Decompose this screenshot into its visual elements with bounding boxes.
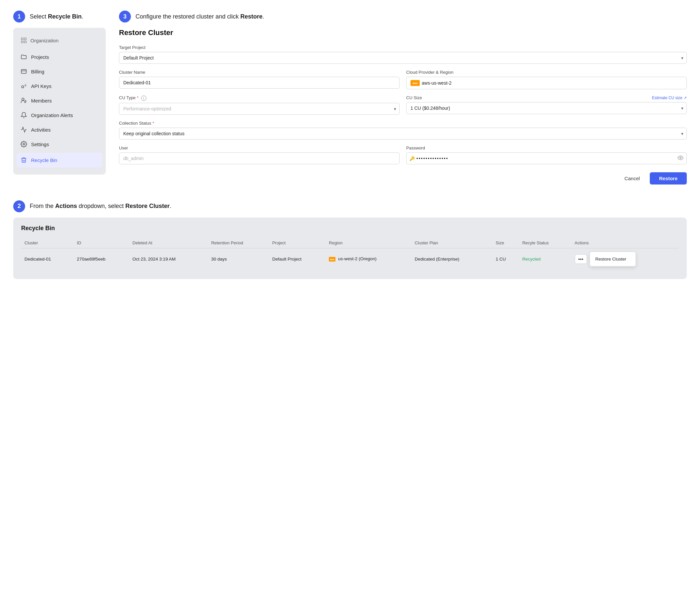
cu-size-select-wrapper: 1 CU ($0.248/hour)	[406, 102, 687, 114]
target-project-label: Target Project	[119, 45, 687, 50]
password-input-wrap: 🔑	[406, 152, 687, 164]
recycle-bin-icon	[21, 157, 27, 163]
svg-rect-4	[22, 70, 26, 73]
form-area: 3 Configure the restored cluster and cli…	[119, 11, 687, 185]
cell-project: Default Project	[269, 248, 326, 270]
collection-status-group: Collection Status * Keep original collec…	[119, 121, 687, 139]
step3-circle: 3	[119, 11, 131, 23]
step3-text: Configure the restored cluster and click…	[136, 13, 264, 20]
step1-header: 1 Select Recycle Bin.	[13, 11, 106, 23]
step2-circle: 2	[13, 200, 25, 212]
cell-retention: 30 days	[208, 248, 269, 270]
user-label: User	[119, 146, 400, 150]
recycle-bin-table-card: Recycle Bin Cluster ID Deleted At Retent…	[13, 218, 687, 279]
password-col: Password 🔑	[406, 146, 687, 164]
col-cluster: Cluster	[21, 238, 74, 248]
org-icon	[21, 37, 27, 44]
cu-type-info-icon[interactable]: i	[141, 96, 147, 101]
cancel-button[interactable]: Cancel	[619, 173, 645, 184]
collection-status-select[interactable]: Keep original collection status	[119, 128, 687, 139]
sidebar-org: Organization	[13, 34, 106, 50]
cu-size-select[interactable]: 1 CU ($0.248/hour)	[406, 102, 687, 114]
cu-type-select[interactable]: Performance-optimized	[119, 103, 400, 115]
col-deleted-at: Deleted At	[129, 238, 208, 248]
sidebar-item-api-keys[interactable]: API Keys	[13, 79, 106, 93]
sidebar: Organization Projects	[13, 28, 106, 175]
svg-rect-0	[22, 38, 24, 40]
collection-status-select-wrapper: Keep original collection status	[119, 128, 687, 139]
estimate-cu-link[interactable]: Estimate CU size ↗	[652, 96, 687, 100]
col-retention: Retention Period	[208, 238, 269, 248]
svg-point-7	[22, 98, 24, 100]
table-header-row: Cluster ID Deleted At Retention Period P…	[21, 238, 679, 248]
svg-point-8	[23, 144, 25, 145]
step1-text: Select Recycle Bin.	[30, 13, 83, 20]
col-actions: Actions	[572, 238, 679, 248]
eye-icon[interactable]	[677, 155, 684, 162]
table-title: Recycle Bin	[21, 225, 679, 232]
cu-type-col: CU Type * i Performance-optimized	[119, 95, 400, 115]
cu-type-select-wrapper: Performance-optimized	[119, 103, 400, 115]
sidebar-item-org-alerts[interactable]: Organization Alerts	[13, 108, 106, 122]
table-row: Dedicated-01 270ae89f5eeb Oct 23, 2024 3…	[21, 248, 679, 270]
aws-logo: aws	[411, 80, 420, 86]
target-project-select-wrapper: Default Project	[119, 52, 687, 64]
cu-type-label: CU Type * i	[119, 95, 400, 101]
cluster-name-col: Cluster Name	[119, 70, 400, 89]
user-password-row: User Password 🔑	[119, 146, 687, 164]
cloud-provider-col: Cloud Provider & Region aws aws-us-west-…	[406, 70, 687, 89]
api-keys-icon	[21, 83, 27, 89]
svg-rect-3	[24, 41, 26, 43]
billing-icon	[21, 68, 27, 75]
region-aws-flag: aws	[329, 257, 336, 261]
svg-point-9	[680, 157, 682, 159]
step2-header: 2 From the Actions dropdown, select Rest…	[13, 200, 687, 212]
target-project-select[interactable]: Default Project	[119, 52, 687, 64]
step3-header: 3 Configure the restored cluster and cli…	[119, 11, 687, 23]
sidebar-item-recycle-bin[interactable]: Recycle Bin	[16, 153, 102, 167]
members-icon	[21, 97, 27, 104]
cloud-provider-badge: aws aws-us-west-2	[406, 77, 687, 89]
collection-status-label: Collection Status *	[119, 121, 687, 126]
user-input[interactable]	[119, 152, 400, 164]
restore-button[interactable]: Restore	[650, 172, 687, 185]
password-input[interactable]	[406, 152, 687, 164]
actions-dots-button[interactable]: •••	[575, 254, 587, 264]
password-label: Password	[406, 146, 687, 150]
col-size: Size	[492, 238, 519, 248]
cell-status: Recycled	[519, 248, 571, 270]
svg-rect-1	[24, 38, 26, 40]
sidebar-item-settings[interactable]: Settings	[13, 137, 106, 151]
target-project-group: Target Project Default Project	[119, 45, 687, 64]
user-col: User	[119, 146, 400, 164]
svg-point-6	[22, 86, 24, 88]
step2-section: 2 From the Actions dropdown, select Rest…	[13, 200, 687, 279]
cluster-name-label: Cluster Name	[119, 70, 400, 75]
cell-actions: ••• Restore Cluster	[572, 248, 679, 270]
sidebar-settings-label: Settings	[31, 141, 49, 147]
col-status: Recyle Status	[519, 238, 571, 248]
svg-rect-2	[22, 41, 24, 43]
cu-size-col: CU Size Estimate CU size ↗ 1 CU ($0.248/…	[406, 95, 687, 115]
cell-cluster: Dedicated-01	[21, 248, 74, 270]
sidebar-item-projects[interactable]: Projects	[13, 50, 106, 64]
sidebar-item-billing[interactable]: Billing	[13, 64, 106, 79]
cu-size-label: CU Size	[406, 95, 422, 100]
col-region: Region	[326, 238, 411, 248]
sidebar-item-members[interactable]: Members	[13, 93, 106, 108]
projects-icon	[21, 53, 27, 60]
cell-deleted-at: Oct 23, 2024 3:19 AM	[129, 248, 208, 270]
cell-size: 1 CU	[492, 248, 519, 270]
cloud-provider-value: aws-us-west-2	[422, 81, 451, 86]
col-id: ID	[74, 238, 129, 248]
cell-region: aws us-west-2 (Oregon)	[326, 248, 411, 270]
sidebar-item-activities[interactable]: Activities	[13, 122, 106, 137]
activities-icon	[21, 126, 27, 133]
recycle-bin-table: Cluster ID Deleted At Retention Period P…	[21, 238, 679, 270]
cluster-name-input[interactable]	[119, 77, 400, 89]
status-badge: Recycled	[522, 257, 541, 261]
org-alerts-icon	[21, 112, 27, 119]
restore-cluster-option[interactable]: Restore Cluster	[590, 254, 636, 264]
form-title: Restore Cluster	[119, 28, 687, 37]
settings-icon	[21, 141, 27, 147]
